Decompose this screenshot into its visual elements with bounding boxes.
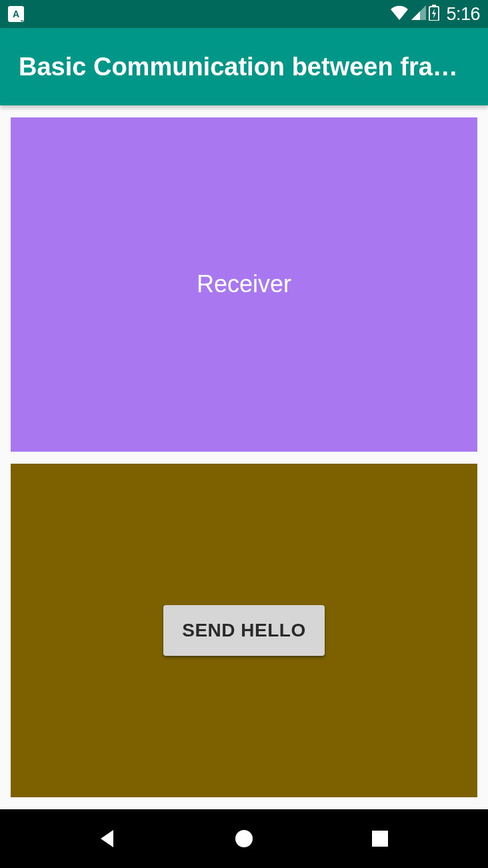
- home-circle-icon: [233, 828, 255, 849]
- cell-signal-icon: [411, 5, 426, 23]
- keyboard-indicator-icon: A: [8, 6, 24, 22]
- content-area: Receiver SEND HELLO: [0, 105, 488, 809]
- navigation-bar: [0, 809, 488, 868]
- recent-square-icon: [371, 829, 389, 848]
- wifi-icon: [390, 5, 409, 23]
- receiver-label: Receiver: [197, 270, 291, 298]
- status-bar: A 5:16: [0, 0, 488, 28]
- back-button[interactable]: [93, 824, 123, 853]
- home-button[interactable]: [229, 824, 259, 853]
- keyboard-indicator-letter: A: [13, 9, 19, 19]
- svg-rect-3: [372, 831, 388, 847]
- app-title: Basic Communication between fra…: [19, 53, 458, 81]
- svg-rect-1: [432, 5, 436, 7]
- recent-apps-button[interactable]: [365, 824, 395, 853]
- receiver-fragment: Receiver: [11, 117, 477, 452]
- action-bar: Basic Communication between fra…: [0, 28, 488, 105]
- clock: 5:16: [446, 4, 480, 25]
- svg-point-2: [235, 830, 253, 847]
- battery-charging-icon: [429, 5, 439, 23]
- sender-fragment: SEND HELLO: [11, 464, 477, 798]
- status-left: A: [8, 6, 24, 22]
- status-right: 5:16: [390, 4, 480, 25]
- back-triangle-icon: [97, 827, 119, 850]
- send-hello-button[interactable]: SEND HELLO: [163, 605, 324, 656]
